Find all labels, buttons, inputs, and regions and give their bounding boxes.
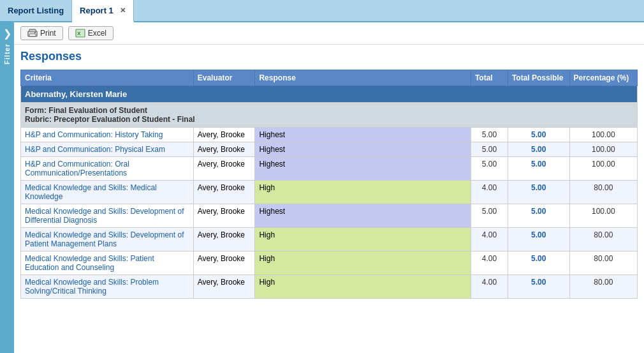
evaluator-cell: Avery, Brooke — [193, 181, 255, 204]
toolbar: Print X Excel — [14, 22, 644, 45]
pct-cell: 100.00 — [569, 128, 637, 142]
pct-cell: 100.00 — [569, 204, 637, 228]
tab-report-listing[interactable]: Report Listing — [0, 0, 72, 21]
excel-button[interactable]: X Excel — [68, 26, 113, 40]
criteria-link[interactable]: Medical Knowledge and Skills: Developmen… — [25, 207, 184, 225]
form-info-row: Form: Final Evaluation of StudentRubric:… — [21, 103, 638, 128]
tab-bar: Report Listing Report 1 ✕ — [0, 0, 644, 22]
criteria-cell: Medical Knowledge and Skills: Patient Ed… — [21, 252, 194, 275]
tab-report-listing-label: Report Listing — [8, 6, 64, 15]
table-row: Medical Knowledge and Skills: Developmen… — [21, 204, 638, 228]
totalposs-cell: 5.00 — [508, 204, 569, 228]
evaluator-cell: Avery, Brooke — [193, 275, 255, 299]
svg-rect-2 — [29, 34, 36, 36]
pct-cell: 80.00 — [569, 181, 637, 204]
criteria-cell: H&P and Communication: Physical Exam — [21, 142, 194, 157]
col-header-evaluator: Evaluator — [193, 70, 255, 86]
report-content: Responses Criteria Evaluator Response To… — [14, 45, 644, 353]
criteria-cell: Medical Knowledge and Skills: Developmen… — [21, 204, 194, 228]
svg-rect-1 — [29, 29, 36, 32]
evaluator-cell: Avery, Brooke — [193, 228, 255, 252]
totalposs-cell: 5.00 — [508, 228, 569, 252]
criteria-link[interactable]: H&P and Communication: Physical Exam — [25, 145, 165, 154]
excel-label: Excel — [88, 29, 106, 38]
print-icon — [27, 29, 38, 38]
criteria-cell: H&P and Communication: History Taking — [21, 128, 194, 142]
evaluator-cell: Avery, Brooke — [193, 252, 255, 275]
report-title: Responses — [20, 50, 638, 63]
col-header-total: Total — [471, 70, 508, 86]
total-cell: 5.00 — [471, 157, 508, 181]
table-row: H&P and Communication: Physical Exam Ave… — [21, 142, 638, 157]
pct-cell: 100.00 — [569, 157, 637, 181]
criteria-cell: Medical Knowledge and Skills: Problem So… — [21, 275, 194, 299]
tab-report-1[interactable]: Report 1 ✕ — [72, 0, 134, 22]
evaluator-cell: Avery, Brooke — [193, 204, 255, 228]
filter-label[interactable]: Filter — [3, 43, 11, 64]
print-button[interactable]: Print — [20, 26, 63, 40]
total-cell: 5.00 — [471, 142, 508, 157]
response-cell: Highest — [255, 157, 471, 181]
pct-cell: 80.00 — [569, 252, 637, 275]
response-cell: High — [255, 181, 471, 204]
criteria-link[interactable]: Medical Knowledge and Skills: Developmen… — [25, 230, 184, 248]
totalposs-cell: 5.00 — [508, 275, 569, 299]
response-cell: High — [255, 252, 471, 275]
tab-report-1-label: Report 1 — [80, 6, 113, 15]
student-name-cell: Abernathy, Kiersten Marie — [21, 86, 638, 103]
total-cell: 4.00 — [471, 252, 508, 275]
totalposs-cell: 5.00 — [508, 157, 569, 181]
criteria-cell: Medical Knowledge and Skills: Developmen… — [21, 228, 194, 252]
print-label: Print — [40, 29, 56, 38]
table-row: Medical Knowledge and Skills: Developmen… — [21, 228, 638, 252]
criteria-cell: Medical Knowledge and Skills: Medical Kn… — [21, 181, 194, 204]
evaluator-cell: Avery, Brooke — [193, 142, 255, 157]
response-cell: High — [255, 228, 471, 252]
table-row: H&P and Communication: Oral Communicatio… — [21, 157, 638, 181]
student-name-row: Abernathy, Kiersten Marie — [21, 86, 638, 103]
criteria-link[interactable]: Medical Knowledge and Skills: Problem So… — [25, 278, 159, 296]
col-header-totalposs: Total Possible — [508, 70, 569, 86]
col-header-criteria: Criteria — [21, 70, 194, 86]
filter-sidebar[interactable]: ❯ Filter — [0, 22, 14, 353]
svg-text:X: X — [77, 31, 81, 36]
criteria-cell: H&P and Communication: Oral Communicatio… — [21, 157, 194, 181]
table-row: Medical Knowledge and Skills: Problem So… — [21, 275, 638, 299]
response-cell: High — [255, 275, 471, 299]
col-header-pct: Percentage (%) — [569, 70, 637, 86]
filter-arrow-icon[interactable]: ❯ — [3, 27, 11, 40]
totalposs-cell: 5.00 — [508, 252, 569, 275]
response-cell: Highest — [255, 128, 471, 142]
tab-close-icon[interactable]: ✕ — [120, 6, 126, 15]
totalposs-cell: 5.00 — [508, 142, 569, 157]
criteria-link[interactable]: Medical Knowledge and Skills: Medical Kn… — [25, 183, 157, 201]
response-cell: Highest — [255, 204, 471, 228]
totalposs-cell: 5.00 — [508, 181, 569, 204]
pct-cell: 80.00 — [569, 275, 637, 299]
response-cell: Highest — [255, 142, 471, 157]
total-cell: 4.00 — [471, 275, 508, 299]
pct-cell: 80.00 — [569, 228, 637, 252]
form-info-cell: Form: Final Evaluation of StudentRubric:… — [21, 103, 638, 128]
criteria-link[interactable]: H&P and Communication: History Taking — [25, 130, 163, 139]
col-header-response: Response — [255, 70, 471, 86]
pct-cell: 100.00 — [569, 142, 637, 157]
total-cell: 4.00 — [471, 181, 508, 204]
total-cell: 5.00 — [471, 128, 508, 142]
table-row: Medical Knowledge and Skills: Patient Ed… — [21, 252, 638, 275]
total-cell: 4.00 — [471, 228, 508, 252]
criteria-link[interactable]: Medical Knowledge and Skills: Patient Ed… — [25, 254, 154, 272]
report-table: Criteria Evaluator Response Total Total … — [20, 70, 638, 299]
table-row: Medical Knowledge and Skills: Medical Kn… — [21, 181, 638, 204]
excel-icon: X — [75, 29, 85, 38]
criteria-link[interactable]: H&P and Communication: Oral Communicatio… — [25, 160, 129, 177]
evaluator-cell: Avery, Brooke — [193, 128, 255, 142]
evaluator-cell: Avery, Brooke — [193, 157, 255, 181]
totalposs-cell: 5.00 — [508, 128, 569, 142]
content-area: Print X Excel Responses Criteria — [14, 22, 644, 353]
main-layout: ❯ Filter Print — [0, 22, 644, 353]
table-row: H&P and Communication: History Taking Av… — [21, 128, 638, 142]
svg-rect-3 — [34, 33, 36, 34]
total-cell: 5.00 — [471, 204, 508, 228]
